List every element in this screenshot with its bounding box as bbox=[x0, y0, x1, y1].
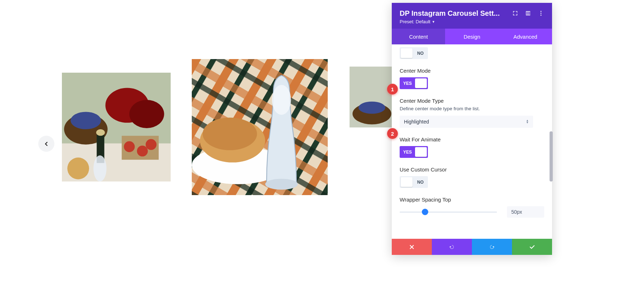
undo-button[interactable] bbox=[432, 239, 472, 255]
carousel bbox=[0, 59, 392, 195]
svg-point-3 bbox=[70, 112, 101, 129]
panel-footer bbox=[392, 239, 552, 255]
redo-button[interactable] bbox=[472, 239, 512, 255]
panel-title: DP Instagram Carousel Sett... bbox=[400, 9, 503, 18]
wrapper-spacing-top-value[interactable]: 50px bbox=[507, 206, 544, 218]
picnic-image bbox=[62, 73, 171, 181]
annotation-marker-2: 2 bbox=[387, 128, 398, 139]
redo-icon bbox=[489, 244, 495, 250]
preview-area bbox=[0, 0, 392, 305]
toggle-label: YES bbox=[403, 150, 412, 155]
check-icon bbox=[529, 244, 535, 250]
svg-point-31 bbox=[541, 11, 542, 12]
tab-bar: Content Design Advanced bbox=[392, 29, 552, 44]
svg-point-7 bbox=[124, 141, 135, 152]
toggle-label: YES bbox=[403, 81, 412, 86]
use-custom-cursor-label: Use Custom Cursor bbox=[400, 166, 544, 173]
carousel-slide[interactable] bbox=[62, 73, 171, 181]
close-icon bbox=[409, 244, 415, 250]
expand-icon[interactable] bbox=[512, 10, 518, 16]
svg-point-5 bbox=[129, 100, 164, 128]
wrapper-spacing-top-label: Wrapper Spacing Top bbox=[400, 197, 544, 203]
svg-point-10 bbox=[67, 158, 89, 179]
settings-panel: DP Instagram Carousel Sett... Preset: De… bbox=[392, 3, 552, 255]
chevron-left-icon bbox=[43, 141, 50, 147]
svg-point-24 bbox=[203, 117, 257, 150]
caret-down-icon: ▼ bbox=[432, 20, 435, 24]
carousel-prev-button[interactable] bbox=[38, 136, 54, 152]
tab-advanced[interactable]: Advanced bbox=[499, 29, 552, 44]
wrapper-spacing-top-slider[interactable] bbox=[400, 212, 497, 213]
tab-content[interactable]: Content bbox=[392, 29, 445, 44]
svg-point-32 bbox=[541, 13, 542, 14]
undo-icon bbox=[449, 244, 455, 250]
panel-header: DP Instagram Carousel Sett... Preset: De… bbox=[392, 3, 552, 29]
select-arrows-icon: ▲▼ bbox=[526, 120, 529, 124]
center-mode-type-label: Center Mode Type bbox=[400, 98, 544, 104]
select-value: Highlighted bbox=[404, 119, 429, 125]
center-mode-label: Center Mode bbox=[400, 68, 544, 74]
svg-point-33 bbox=[541, 15, 542, 16]
toggle-label: NO bbox=[417, 51, 424, 56]
svg-point-25 bbox=[265, 179, 298, 189]
center-mode-type-select[interactable]: Highlighted ▲▼ bbox=[400, 116, 533, 128]
svg-point-26 bbox=[272, 85, 291, 115]
svg-point-9 bbox=[146, 139, 156, 150]
tab-design[interactable]: Design bbox=[445, 29, 498, 44]
carousel-slide-active[interactable] bbox=[192, 59, 328, 195]
toggle-use-custom-cursor[interactable]: NO bbox=[400, 176, 428, 188]
annotation-marker-1: 1 bbox=[387, 84, 398, 95]
svg-point-29 bbox=[358, 102, 385, 114]
toggle-wait-for-animate[interactable]: YES bbox=[400, 146, 428, 158]
picnic-image bbox=[192, 59, 328, 195]
center-mode-type-help: Define center mode type from the list. bbox=[400, 106, 544, 111]
cancel-button[interactable] bbox=[392, 239, 432, 255]
svg-point-13 bbox=[93, 155, 106, 181]
svg-point-8 bbox=[137, 146, 148, 156]
wait-for-animate-label: Wait For Animate bbox=[400, 136, 544, 142]
more-icon[interactable] bbox=[538, 10, 544, 16]
preset-dropdown[interactable]: Preset: Default ▼ bbox=[400, 19, 508, 24]
apply-button[interactable] bbox=[512, 239, 552, 255]
columns-icon[interactable] bbox=[525, 10, 531, 16]
preset-label: Preset: Default bbox=[400, 19, 430, 24]
toggle-previous[interactable]: NO bbox=[400, 47, 428, 59]
svg-point-12 bbox=[96, 129, 105, 136]
panel-scrollbar[interactable] bbox=[549, 49, 553, 289]
toggle-center-mode[interactable]: YES bbox=[400, 77, 428, 89]
panel-body: NO Center Mode YES Center Mode Type Defi… bbox=[392, 44, 552, 239]
toggle-label: NO bbox=[417, 180, 424, 185]
slider-thumb[interactable] bbox=[422, 209, 428, 215]
